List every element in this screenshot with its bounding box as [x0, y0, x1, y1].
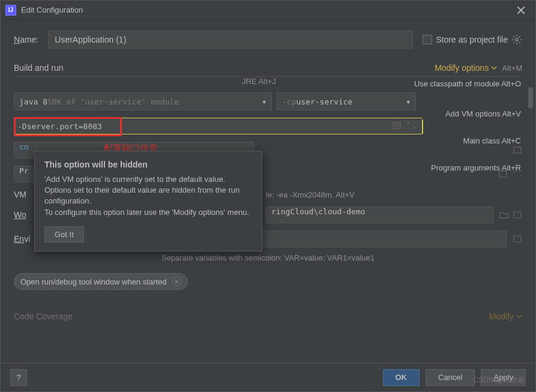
modify-options-link[interactable]: Modify options Alt+M	[435, 63, 522, 73]
name-row: Name: Store as project file	[14, 31, 522, 49]
chevron-down-icon: ▾	[406, 97, 411, 106]
modify-coverage-link[interactable]: Modify	[489, 312, 522, 321]
intellij-icon: IJ	[5, 5, 16, 16]
jre-hint: JRE Alt+J	[242, 77, 276, 86]
hint-main: Main class Alt+C	[414, 134, 522, 148]
hint-args: Program arguments Alt+R	[414, 161, 522, 175]
history-icon[interactable]	[513, 210, 522, 220]
hidden-option-tooltip: This option will be hidden 'Add VM optio…	[34, 151, 262, 252]
history-icon[interactable]	[513, 234, 522, 244]
folder-icon[interactable]	[499, 210, 509, 220]
open-tool-window-chip[interactable]: Open run/debug tool window when started …	[14, 273, 188, 290]
help-button[interactable]: ?	[10, 369, 27, 386]
gear-icon[interactable]	[511, 34, 522, 45]
floating-hints: Use classpath of module Alt+O Add VM opt…	[414, 77, 522, 175]
watermark: CSDN @陈亦康	[473, 375, 525, 385]
chevron-down-icon	[516, 313, 522, 319]
svg-rect-5	[514, 236, 521, 242]
tooltip-body: 'Add VM options' is currently set to the…	[44, 174, 252, 218]
remove-chip-icon[interactable]: ✕	[172, 277, 181, 286]
hint-vm: Add VM options Alt+V	[414, 107, 522, 121]
edit-configuration-dialog: IJ Edit Configuration Name: Store as pro…	[0, 0, 536, 392]
env-helper-text: Separate variables with semicolon: VAR=v…	[14, 253, 522, 262]
jre-dropdown[interactable]: java 8 SDK of 'user-service' module ▾	[14, 92, 272, 110]
dialog-footer: ? OK Cancel Apply	[1, 363, 535, 391]
hint-classpath: Use classpath of module Alt+O	[414, 77, 522, 91]
name-label: Name:	[14, 35, 38, 44]
scrollbar-thumb[interactable]	[528, 87, 533, 109]
ok-button[interactable]: OK	[383, 369, 420, 386]
scrollbar[interactable]	[528, 87, 533, 339]
window-title: Edit Configuration	[21, 5, 511, 14]
build-run-header: Build and run Modify options Alt+M	[14, 63, 522, 73]
close-icon[interactable]	[511, 2, 531, 19]
chevron-down-icon	[491, 65, 497, 71]
chevron-down-icon: ▾	[262, 97, 266, 106]
store-as-project-file[interactable]: Store as project file	[423, 34, 522, 45]
svg-rect-4	[514, 212, 521, 218]
vm-options-input[interactable]: -Dserver.port=8083	[14, 118, 422, 134]
name-input[interactable]	[48, 31, 413, 49]
history-icon[interactable]	[392, 121, 402, 130]
code-coverage-header: Code Coverage Modify	[14, 312, 522, 321]
code-coverage-label: Code Coverage	[14, 312, 73, 321]
titlebar: IJ Edit Configuration	[1, 1, 535, 20]
tooltip-title: This option will be hidden	[44, 160, 252, 169]
got-it-button[interactable]: Got It	[44, 226, 84, 243]
working-directory-input[interactable]: ringCloud\cloud-demo	[266, 207, 493, 223]
svg-rect-1	[393, 122, 400, 128]
store-checkbox[interactable]	[423, 35, 432, 44]
build-run-title: Build and run	[14, 63, 64, 73]
classpath-dropdown[interactable]: -cp user-service ▾	[277, 92, 416, 110]
cancel-button[interactable]: Cancel	[426, 369, 475, 386]
svg-point-0	[516, 38, 519, 41]
